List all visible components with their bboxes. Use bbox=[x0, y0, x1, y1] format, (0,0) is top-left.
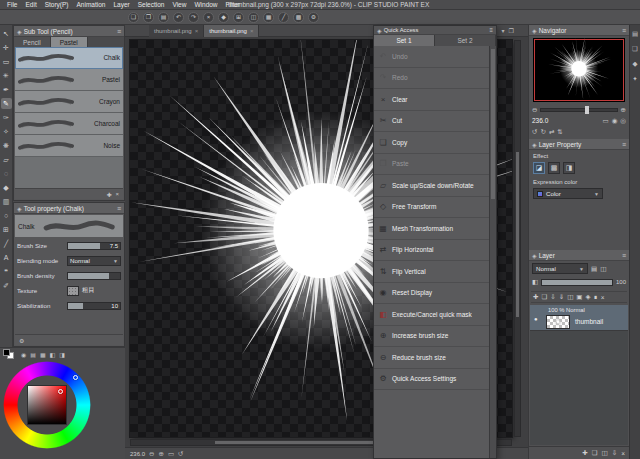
qa-scale-rotate[interactable]: ▱ Scale up/Scale down/Rotate bbox=[374, 175, 489, 197]
float-canvas-icon[interactable]: ❐ bbox=[509, 27, 514, 34]
subtool-chalk[interactable]: Chalk bbox=[15, 47, 123, 69]
status-zoom-out-icon[interactable]: ⊖ bbox=[149, 450, 154, 458]
subtool-group-pencil[interactable]: Pencil bbox=[14, 37, 51, 47]
qa-mesh-transformation[interactable]: ▦ Mesh Transformation bbox=[374, 218, 489, 240]
menu-item[interactable]: Edit bbox=[21, 1, 40, 8]
qa-copy[interactable]: ❏ Copy bbox=[374, 132, 489, 154]
color-set-tab-icon[interactable]: ▦ bbox=[40, 351, 46, 358]
pen-tool[interactable]: ✒ bbox=[1, 84, 12, 95]
panel-menu-icon[interactable]: ≡ bbox=[117, 28, 121, 35]
panel-menu-icon[interactable]: ≡ bbox=[489, 27, 493, 33]
material-monochromatic-tab-icon[interactable]: ❏ bbox=[632, 45, 638, 53]
qa-tab-set2[interactable]: Set 2 bbox=[435, 35, 496, 46]
pencil-tool[interactable]: ✎ bbox=[1, 98, 12, 109]
selection-border-icon[interactable]: ▦ bbox=[263, 12, 274, 23]
operation-tool[interactable]: ↖ bbox=[1, 28, 12, 39]
ruler-tool[interactable]: ╱ bbox=[1, 238, 12, 249]
footer-new-folder-icon[interactable]: ❏ bbox=[592, 449, 598, 457]
stabilization-slider[interactable]: 10 bbox=[67, 302, 121, 310]
eyedropper-tool[interactable]: ✐ bbox=[1, 280, 12, 291]
foreground-color-swatch[interactable] bbox=[3, 349, 10, 356]
decoration-tool[interactable]: ❋ bbox=[1, 140, 12, 151]
deselect-icon[interactable]: ⊞ bbox=[233, 12, 244, 23]
saturation-value-square[interactable] bbox=[27, 385, 67, 425]
tab-close-icon[interactable]: × bbox=[195, 28, 199, 34]
qa-cut[interactable]: ✂ Cut bbox=[374, 111, 489, 133]
new-file-icon[interactable]: ❏ bbox=[128, 12, 139, 23]
canvas-vertical-scrollbar[interactable] bbox=[514, 40, 521, 437]
auto-select-tool[interactable]: ✳ bbox=[1, 70, 12, 81]
menu-item[interactable]: View bbox=[168, 1, 190, 8]
create-mask-icon[interactable]: ◫ bbox=[567, 293, 573, 301]
rotate-right-icon[interactable]: ↻ bbox=[540, 128, 545, 136]
subtool-group-pastel[interactable]: Pastel bbox=[51, 37, 88, 47]
material-manga-tab-icon[interactable]: ◆ bbox=[633, 60, 638, 68]
new-raster-layer-icon[interactable]: ✚ bbox=[533, 293, 538, 301]
qa-clear[interactable]: × Clear bbox=[374, 89, 489, 111]
fit-to-screen-icon[interactable]: ▭ bbox=[603, 117, 609, 125]
status-zoom-in-icon[interactable]: ⊕ bbox=[158, 450, 163, 458]
color-history-tab-icon[interactable]: ◨ bbox=[59, 351, 65, 358]
brush-tool[interactable]: ✑ bbox=[1, 112, 12, 123]
marquee-tool[interactable]: ▭ bbox=[1, 56, 12, 67]
merge-down-icon[interactable]: ⇓ bbox=[559, 293, 564, 301]
qa-paste[interactable]: ❐ Paste bbox=[374, 154, 489, 176]
zoom-in-icon[interactable]: ⊕ bbox=[621, 106, 626, 114]
blending-mode-dropdown[interactable]: Normal ▼ bbox=[67, 256, 121, 266]
subtool-pastel[interactable]: Pastel bbox=[15, 69, 123, 91]
tone-effect-icon[interactable]: ▩ bbox=[548, 162, 560, 174]
color-marker[interactable] bbox=[58, 389, 63, 394]
panel-menu-icon[interactable]: ≡ bbox=[117, 205, 121, 212]
slider-thumb[interactable] bbox=[585, 106, 589, 114]
layer-color-effect-icon[interactable]: ◨ bbox=[563, 162, 575, 174]
menu-item[interactable]: Story(P) bbox=[41, 1, 73, 8]
subtool-crayon[interactable]: Crayon bbox=[15, 91, 123, 113]
delete-layer-icon[interactable]: × bbox=[601, 294, 605, 301]
fit-to-width-icon[interactable]: ◎ bbox=[620, 117, 626, 125]
new-folder-icon[interactable]: ❏ bbox=[541, 293, 547, 301]
lock-layer-icon[interactable]: ∎ bbox=[594, 293, 598, 301]
workspace-settings-icon[interactable]: ⚙ bbox=[308, 12, 319, 23]
texture-thumbnail[interactable] bbox=[67, 286, 79, 296]
opacity-slider[interactable] bbox=[541, 279, 613, 286]
qa-flip-horizontal[interactable]: ⇄ Flip Horizontal bbox=[374, 240, 489, 262]
open-file-icon[interactable]: ❐ bbox=[143, 12, 154, 23]
qa-increase-brush[interactable]: ⊕ Increase brush size bbox=[374, 326, 489, 348]
qa-redo[interactable]: ↷ Redo bbox=[374, 68, 489, 90]
qa-free-transform[interactable]: ◇ Free Transform bbox=[374, 197, 489, 219]
grid-icon[interactable]: ▩ bbox=[293, 12, 304, 23]
panel-menu-icon[interactable]: ≡ bbox=[622, 27, 626, 34]
tab-menu-icon[interactable]: ▾ bbox=[502, 27, 505, 34]
navigator-preview[interactable] bbox=[533, 38, 625, 102]
layer-thumbnail[interactable] bbox=[546, 315, 570, 329]
footer-mask-icon[interactable]: ◫ bbox=[602, 449, 608, 457]
menu-item[interactable]: Animation bbox=[73, 1, 110, 8]
material-color-pattern-tab-icon[interactable]: ▤ bbox=[632, 30, 638, 38]
qa-reset-display[interactable]: ◉ Reset Display bbox=[374, 283, 489, 305]
qa-tab-set1[interactable]: Set 1 bbox=[374, 35, 435, 46]
flip-vertical-preview-icon[interactable]: ⇅ bbox=[557, 128, 562, 136]
panel-menu-icon[interactable]: ≡ bbox=[622, 141, 626, 148]
fill-icon[interactable]: ◆ bbox=[218, 12, 229, 23]
panel-menu-icon[interactable]: ≡ bbox=[622, 252, 626, 259]
fill-tool[interactable]: ◆ bbox=[1, 182, 12, 193]
scrollbar-thumb[interactable] bbox=[491, 49, 495, 199]
layer-visibility-eye-icon[interactable]: ● bbox=[534, 316, 538, 322]
figure-tool[interactable]: ○ bbox=[1, 210, 12, 221]
rotate-left-icon[interactable]: ↺ bbox=[532, 128, 537, 136]
canvas-tab-2[interactable]: thumbnail.png × bbox=[204, 25, 259, 37]
status-reset-rotation-icon[interactable]: ↺ bbox=[178, 450, 183, 458]
qa-quick-mask[interactable]: ◧ Execute/Cancel quick mask bbox=[374, 304, 489, 326]
actual-size-icon[interactable]: ◉ bbox=[612, 117, 618, 125]
footer-new-layer-icon[interactable]: ✚ bbox=[582, 449, 587, 457]
status-fit-screen-icon[interactable]: ▭ bbox=[168, 450, 174, 458]
navigator-view-frame[interactable] bbox=[534, 39, 624, 101]
frame-border-tool[interactable]: ⊞ bbox=[1, 224, 12, 235]
airbrush-tool[interactable]: ✧ bbox=[1, 126, 12, 137]
transfer-down-icon[interactable]: ⇩ bbox=[550, 293, 555, 301]
qa-flip-vertical[interactable]: ⇅ Flip Vertical bbox=[374, 261, 489, 283]
color-slider-tab-icon[interactable]: ▤ bbox=[30, 351, 36, 358]
qa-settings[interactable]: ⚙ Quick Access Settings bbox=[374, 369, 489, 391]
scrollbar-thumb[interactable] bbox=[516, 152, 519, 318]
quick-access-scrollbar[interactable] bbox=[489, 46, 496, 458]
